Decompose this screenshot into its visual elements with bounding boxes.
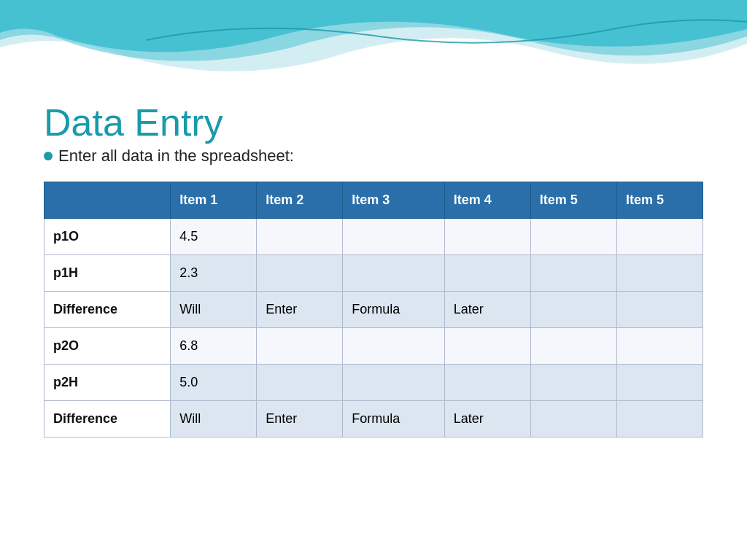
row-p2h-cell-3 <box>444 365 530 401</box>
table-header-item2: Item 2 <box>257 182 343 219</box>
row-p2h-cell-0: 5.0 <box>171 365 257 401</box>
row-diff2-cell-2: Formula <box>343 401 444 438</box>
row-p2h-cell-4 <box>530 365 616 401</box>
row-diff2-cell-4 <box>530 401 616 438</box>
row-p2o-cell-5 <box>616 328 703 365</box>
row-p2o-cell-4 <box>530 328 616 365</box>
row-p1h-cell-5 <box>616 255 703 292</box>
table-header-item1: Item 1 <box>171 182 257 219</box>
table-row: p2H5.0 <box>44 365 703 401</box>
row-p1o-cell-4 <box>530 219 616 255</box>
page-title: Data Entry <box>44 102 703 144</box>
row-diff1-cell-5 <box>616 292 703 328</box>
row-label-p2h: p2H <box>44 365 171 401</box>
table-header-item4: Item 4 <box>444 182 530 219</box>
row-diff1-cell-1: Enter <box>257 292 343 328</box>
table-header-item3: Item 3 <box>343 182 444 219</box>
row-p1o-cell-5 <box>616 219 703 255</box>
table-header-item5a: Item 5 <box>530 182 616 219</box>
table-row: p1H2.3 <box>44 255 703 292</box>
bullet-icon <box>44 152 53 160</box>
row-diff1-cell-4 <box>530 292 616 328</box>
table-header-row: Item 1 Item 2 Item 3 Item 4 Item 5 Item … <box>44 182 703 219</box>
row-label-p1o: p1O <box>44 219 171 255</box>
row-diff2-cell-5 <box>616 401 703 438</box>
row-p1o-cell-2 <box>343 219 444 255</box>
row-p1o-cell-3 <box>444 219 530 255</box>
row-p1o-cell-0: 4.5 <box>171 219 257 255</box>
table-header-empty <box>44 182 171 219</box>
row-diff1-cell-0: Will <box>171 292 257 328</box>
table-row: p2O6.8 <box>44 328 703 365</box>
table-row: DifferenceWillEnterFormulaLater <box>44 401 703 438</box>
row-p2h-cell-5 <box>616 365 703 401</box>
subtitle-text: Enter all data in the spreadsheet: <box>58 147 294 166</box>
table-row: DifferenceWillEnterFormulaLater <box>44 292 703 328</box>
row-label-diff1: Difference <box>44 292 171 328</box>
row-p1h-cell-3 <box>444 255 530 292</box>
table-header-item5b: Item 5 <box>616 182 703 219</box>
row-p1h-cell-2 <box>343 255 444 292</box>
row-p2h-cell-2 <box>343 365 444 401</box>
subtitle-line: Enter all data in the spreadsheet: <box>44 147 703 166</box>
row-label-diff2: Difference <box>44 401 171 438</box>
row-label-p1h: p1H <box>44 255 171 292</box>
row-p2o-cell-1 <box>257 328 343 365</box>
row-p1h-cell-0: 2.3 <box>171 255 257 292</box>
row-p1o-cell-1 <box>257 219 343 255</box>
row-diff1-cell-3: Later <box>444 292 530 328</box>
row-diff2-cell-3: Later <box>444 401 530 438</box>
row-diff2-cell-1: Enter <box>257 401 343 438</box>
row-p1h-cell-1 <box>257 255 343 292</box>
table-row: p1O4.5 <box>44 219 703 255</box>
row-diff1-cell-2: Formula <box>343 292 444 328</box>
row-p2o-cell-3 <box>444 328 530 365</box>
row-label-p2o: p2O <box>44 328 171 365</box>
row-p2h-cell-1 <box>257 365 343 401</box>
data-table: Item 1 Item 2 Item 3 Item 4 Item 5 Item … <box>44 182 703 438</box>
row-diff2-cell-0: Will <box>171 401 257 438</box>
row-p1h-cell-4 <box>530 255 616 292</box>
row-p2o-cell-0: 6.8 <box>171 328 257 365</box>
row-p2o-cell-2 <box>343 328 444 365</box>
